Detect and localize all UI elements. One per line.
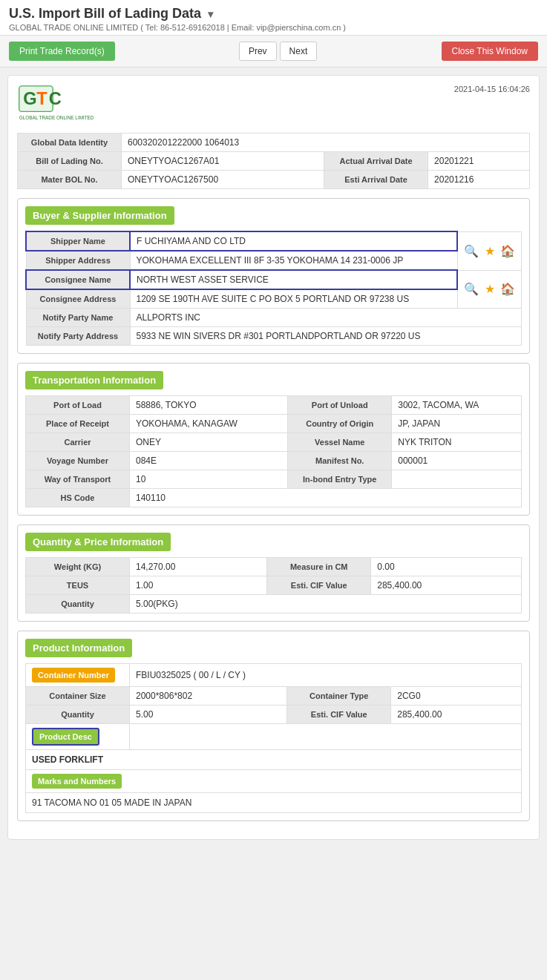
actual-arrival-value: 20201221 (428, 152, 530, 171)
marks-badge: Marks and Numbers (32, 774, 122, 789)
container-type-value: 2CG0 (391, 687, 522, 706)
shipper-name-label: Shipper Name (26, 231, 130, 251)
notify-party-name-label: Notify Party Name (26, 309, 130, 327)
in-bond-value (392, 470, 522, 489)
toolbar-left: Print Trade Record(s) (9, 42, 115, 61)
svg-text:G: G (23, 89, 36, 108)
notify-party-address-label: Notify Party Address (26, 327, 130, 346)
weight-value: 14,270.00 (130, 558, 267, 576)
svg-text:GLOBAL TRADE ONLINE LIMITED: GLOBAL TRADE ONLINE LIMITED (19, 115, 94, 120)
place-of-receipt-label: Place of Receipt (26, 415, 130, 433)
global-data-identity-value: 600320201222000 1064013 (122, 134, 530, 152)
page-title: U.S. Import Bill of Lading Data ▾ (9, 6, 538, 22)
esti-arrival-label: Esti Arrival Date (324, 171, 428, 189)
logo-area: G T C GLOBAL TRADE ONLINE LIMITED (17, 85, 106, 124)
port-of-unload-label: Port of Unload (288, 396, 392, 415)
container-type-label: Container Type (287, 687, 391, 706)
measure-value: 0.00 (371, 558, 522, 576)
port-of-load-value: 58886, TOKYO (130, 396, 288, 415)
product-section: Product Information Container Number FBI… (17, 631, 530, 821)
close-button[interactable]: Close This Window (442, 42, 538, 61)
product-esti-cif-value: 285,400.00 (391, 706, 522, 724)
toolbar-center: Prev Next (239, 42, 317, 61)
header-bar: U.S. Import Bill of Lading Data ▾ GLOBAL… (0, 0, 547, 36)
vessel-name-label: Vessel Name (288, 433, 392, 452)
shipper-search-icon[interactable]: 🔍 (464, 245, 479, 257)
toolbar: Print Trade Record(s) Prev Next Close Th… (0, 36, 547, 68)
consignee-name-label: Consignee Name (26, 270, 130, 289)
quantity-price-title: Quantity & Price Information (25, 533, 171, 551)
way-of-transport-label: Way of Transport (26, 470, 130, 489)
main-content: G T C GLOBAL TRADE ONLINE LIMITED 2021-0… (7, 75, 540, 840)
product-table: Container Number FBIU0325025 ( 00 / L / … (25, 663, 522, 813)
in-bond-label: In-bond Entry Type (288, 470, 392, 489)
product-title: Product Information (25, 639, 132, 657)
global-data-identity-label: Global Data Identity (18, 134, 122, 152)
carrier-value: ONEY (130, 433, 288, 452)
dropdown-icon[interactable]: ▾ (208, 8, 213, 20)
consignee-address-label: Consignee Address (26, 289, 130, 309)
container-number-badge: Container Number (32, 668, 115, 683)
prev-button[interactable]: Prev (239, 42, 277, 61)
place-of-receipt-value: YOKOHAMA, KANAGAW (130, 415, 288, 433)
container-size-value: 2000*806*802 (130, 687, 287, 706)
container-size-label: Container Size (26, 687, 130, 706)
product-quantity-value: 5.00 (130, 706, 287, 724)
master-bol-label: Mater BOL No. (18, 171, 122, 189)
timestamp: 2021-04-15 16:04:26 (454, 85, 530, 93)
consignee-address-value: 1209 SE 190TH AVE SUITE C PO BOX 5 PORTL… (130, 289, 457, 309)
header-subtitle: GLOBAL TRADE ONLINE LIMITED ( Tel: 86-51… (9, 23, 538, 32)
way-of-transport-value: 10 (130, 470, 288, 489)
shipper-address-label: Shipper Address (26, 251, 130, 270)
esti-cif-label: Esti. CIF Value (267, 576, 371, 595)
shipper-star-icon[interactable]: ★ (485, 245, 495, 257)
manifest-no-label: Manifest No. (288, 452, 392, 470)
actual-arrival-label: Actual Arrival Date (324, 152, 428, 171)
carrier-label: Carrier (26, 433, 130, 452)
bill-of-lading-label: Bill of Lading No. (18, 152, 122, 171)
vessel-name-value: NYK TRITON (392, 433, 522, 452)
weight-label: Weight (KG) (26, 558, 130, 576)
buyer-supplier-title: Buyer & Supplier Information (25, 206, 174, 225)
esti-arrival-value: 20201216 (428, 171, 530, 189)
svg-text:T: T (36, 89, 48, 108)
transportation-table: Port of Load 58886, TOKYO Port of Unload… (25, 395, 522, 507)
global-info-table: Global Data Identity 600320201222000 106… (17, 133, 530, 189)
consignee-home-icon[interactable]: 🏠 (500, 283, 515, 295)
consignee-name-value: NORTH WEST ASSET SERVICE (130, 270, 457, 289)
toolbar-right: Close This Window (442, 42, 538, 61)
teus-value: 1.00 (130, 576, 267, 595)
hs-code-value: 140110 (130, 489, 522, 507)
master-bol-value: ONEYTYOAC1267500 (122, 171, 324, 189)
shipper-home-icon[interactable]: 🏠 (500, 245, 515, 257)
consignee-search-icon[interactable]: 🔍 (464, 283, 479, 295)
country-of-origin-label: Country of Origin (288, 415, 392, 433)
print-button[interactable]: Print Trade Record(s) (9, 42, 115, 61)
shipper-address-value: YOKOHAMA EXCELLENT III 8F 3-35 YOKOHAMA … (130, 251, 457, 270)
country-of-origin-value: JP, JAPAN (392, 415, 522, 433)
measure-label: Measure in CM (267, 558, 371, 576)
buyer-supplier-section: Buyer & Supplier Information Shipper Nam… (17, 198, 530, 354)
notify-party-address-value: 5933 NE WIN SIVERS DR #301 PORTLANDPORTL… (130, 327, 522, 346)
quantity-value: 5.00(PKG) (130, 595, 522, 614)
next-button[interactable]: Next (280, 42, 318, 61)
esti-cif-value: 285,400.00 (371, 576, 522, 595)
bill-of-lading-value: ONEYTYOAC1267A01 (122, 152, 324, 171)
quantity-label: Quantity (26, 595, 130, 614)
quantity-price-table: Weight (KG) 14,270.00 Measure in CM 0.00… (25, 557, 522, 614)
title-text: U.S. Import Bill of Lading Data (9, 6, 201, 21)
voyage-number-value: 084E (130, 452, 288, 470)
transportation-section: Transportation Information Port of Load … (17, 363, 530, 516)
product-quantity-label: Quantity (26, 706, 130, 724)
shipper-name-value: F UCHIYAMA AND CO LTD (130, 231, 457, 251)
notify-party-name-value: ALLPORTS INC (130, 309, 522, 327)
product-esti-cif-label: Esti. CIF Value (287, 706, 391, 724)
marks-value: 91 TACOMA NO 01 05 MADE IN JAPAN (26, 793, 522, 813)
port-of-unload-value: 3002, TACOMA, WA (392, 396, 522, 415)
product-desc-value: USED FORKLIFT (26, 750, 522, 770)
doc-header: G T C GLOBAL TRADE ONLINE LIMITED 2021-0… (17, 85, 530, 124)
svg-text:C: C (49, 89, 62, 108)
teus-label: TEUS (26, 576, 130, 595)
consignee-star-icon[interactable]: ★ (485, 283, 495, 295)
voyage-number-label: Voyage Number (26, 452, 130, 470)
